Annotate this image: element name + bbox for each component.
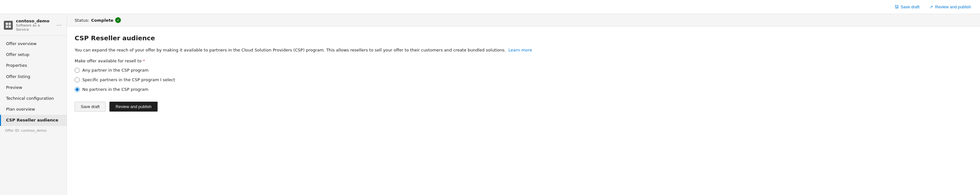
brand-icon (4, 21, 13, 30)
sidebar-offer-id: Offer ID: contoso_demo (0, 126, 67, 135)
radio-any-partner-input[interactable] (75, 68, 80, 73)
sidebar-item-label: CSP Reseller audience (6, 117, 58, 123)
radio-no-partners[interactable]: No partners in the CSP program (75, 87, 972, 92)
sidebar: contoso_demo Software as a Service ⋯ Off… (0, 14, 67, 195)
sidebar-item-plan-overview[interactable]: Plan overview (0, 104, 67, 115)
sidebar-item-csp-reseller-audience[interactable]: CSP Reseller audience (0, 115, 67, 126)
main-content: Status: Complete ✓ CSP Reseller audience… (67, 14, 980, 195)
sidebar-nav: Offer overview Offer setup Properties Of… (0, 36, 67, 138)
main-layout: contoso_demo Software as a Service ⋯ Off… (0, 14, 980, 195)
radio-specific-partners-input[interactable] (75, 77, 80, 83)
brand-sub: Software as a Service (16, 23, 52, 32)
sidebar-item-preview[interactable]: Preview (0, 82, 67, 93)
learn-more-link[interactable]: Learn more (509, 48, 532, 53)
status-label: Status: (75, 18, 89, 23)
sidebar-item-offer-setup[interactable]: Offer setup (0, 49, 67, 60)
top-bar: 🖫 Save draft ↗ Review and publish (0, 0, 980, 14)
sidebar-item-technical-configuration[interactable]: Technical configuration (0, 93, 67, 104)
radio-group: Any partner in the CSP program Specific … (75, 68, 972, 92)
status-value: Complete (91, 18, 114, 23)
review-publish-button[interactable]: Review and publish (110, 102, 158, 112)
page-title: CSP Reseller audience (75, 34, 972, 42)
content-area: CSP Reseller audience You can expand the… (67, 27, 980, 119)
sidebar-item-offer-overview[interactable]: Offer overview (0, 38, 67, 49)
sidebar-item-label: Properties (6, 63, 27, 69)
sidebar-item-label: Technical configuration (6, 96, 54, 101)
radio-specific-partners-label: Specific partners in the CSP program I s… (82, 77, 175, 82)
radio-specific-partners[interactable]: Specific partners in the CSP program I s… (75, 77, 972, 83)
required-star: * (142, 59, 145, 63)
kebab-menu-icon[interactable]: ⋯ (55, 21, 63, 29)
sidebar-item-label: Offer setup (6, 52, 29, 58)
brand-name: contoso_demo (16, 19, 52, 23)
publish-icon: ↗ (930, 5, 933, 9)
save-draft-top-button[interactable]: 🖫 Save draft (892, 3, 922, 11)
status-check-icon: ✓ (115, 17, 121, 23)
review-publish-top-label: Review and publish (935, 5, 971, 9)
sidebar-item-label: Preview (6, 85, 22, 91)
svg-rect-1 (9, 23, 11, 25)
top-bar-actions: 🖫 Save draft ↗ Review and publish (892, 3, 974, 11)
save-draft-top-label: Save draft (900, 5, 920, 9)
sidebar-item-offer-listing[interactable]: Offer listing (0, 71, 67, 82)
description-text: You can expand the reach of your offer b… (75, 47, 972, 53)
section-label: Make offer available for resell to * (75, 59, 972, 63)
svg-rect-2 (6, 26, 8, 28)
radio-any-partner-label: Any partner in the CSP program (82, 68, 149, 73)
save-draft-button[interactable]: Save draft (75, 102, 106, 112)
sidebar-item-label: Offer listing (6, 74, 30, 80)
brand-text: contoso_demo Software as a Service (16, 19, 52, 32)
radio-no-partners-label: No partners in the CSP program (82, 87, 148, 92)
sidebar-item-properties[interactable]: Properties (0, 60, 67, 71)
radio-no-partners-input[interactable] (75, 87, 80, 92)
svg-rect-3 (9, 26, 11, 28)
save-icon: 🖫 (894, 5, 899, 9)
sidebar-brand: contoso_demo Software as a Service ⋯ (0, 14, 67, 36)
sidebar-item-label: Plan overview (6, 107, 35, 112)
sidebar-item-label: Offer overview (6, 41, 37, 47)
radio-any-partner[interactable]: Any partner in the CSP program (75, 68, 972, 73)
review-publish-top-button[interactable]: ↗ Review and publish (927, 3, 974, 11)
status-bar: Status: Complete ✓ (67, 14, 980, 27)
action-buttons: Save draft Review and publish (75, 102, 972, 112)
svg-rect-0 (6, 23, 8, 25)
